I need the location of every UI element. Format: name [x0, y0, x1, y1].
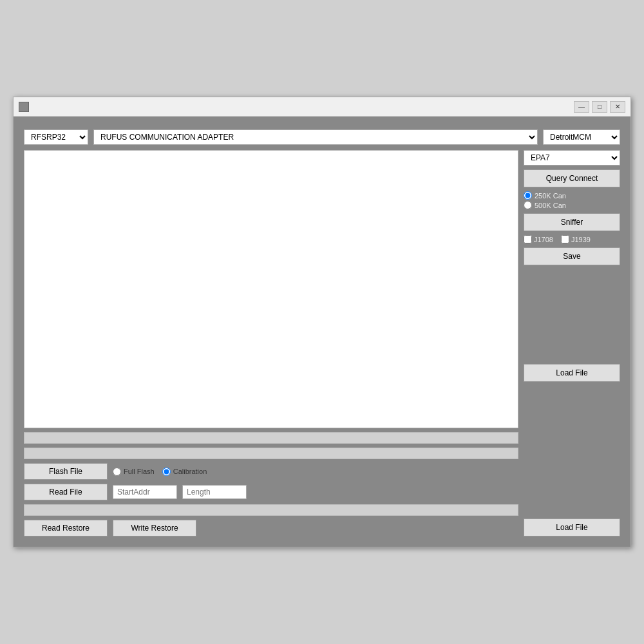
right-spacer-2	[524, 386, 620, 477]
progress-bar-1	[24, 432, 518, 444]
flash-file-row: Flash File Full Flash Calibration	[24, 463, 518, 480]
log-area	[24, 150, 518, 428]
load-file-top-button[interactable]: Load File	[524, 364, 620, 382]
rfsrp-dropdown[interactable]: RFSRP32	[24, 129, 88, 145]
full-flash-label[interactable]: Full Flash	[113, 468, 155, 476]
epa-dropdown[interactable]: EPA7	[524, 150, 620, 166]
comm-adapter-dropdown[interactable]: RUFUS COMMUNICATION ADAPTER	[93, 129, 538, 145]
length-input[interactable]	[182, 485, 247, 499]
main-window: — □ ✕ RFSRP32 RUFUS COMMUNICATION ADAPTE…	[13, 97, 631, 547]
can-radio-group: 250K Can 500K Can	[524, 191, 620, 209]
250k-can-label[interactable]: 250K Can	[524, 191, 620, 200]
app-icon	[19, 102, 29, 112]
full-flash-radio[interactable]	[113, 468, 121, 476]
titlebar: — □ ✕	[14, 97, 630, 117]
top-row: RFSRP32 RUFUS COMMUNICATION ADAPTER Detr…	[24, 129, 620, 145]
start-addr-input[interactable]	[113, 485, 177, 499]
main-content: RFSRP32 RUFUS COMMUNICATION ADAPTER Detr…	[14, 117, 630, 547]
right-spacer	[524, 269, 620, 360]
close-button[interactable]: ✕	[610, 101, 625, 113]
read-file-row: Read File	[24, 484, 518, 500]
500k-can-label[interactable]: 500K Can	[524, 201, 620, 209]
calibration-label[interactable]: Calibration	[162, 468, 207, 476]
read-restore-button[interactable]: Read Restore	[24, 520, 108, 536]
flash-type-radios: Full Flash Calibration	[113, 468, 207, 476]
restore-row: Read Restore Write Restore	[24, 520, 518, 536]
j1708-checkbox[interactable]	[524, 235, 532, 243]
j1939-label[interactable]: J1939	[561, 235, 591, 243]
main-area: Flash File Full Flash Calibration	[24, 150, 620, 536]
calibration-radio[interactable]	[162, 468, 171, 476]
model-dropdown[interactable]: DetroitMCM	[543, 129, 620, 145]
250k-radio[interactable]	[524, 191, 532, 200]
right-panel: EPA7 Query Connect 250K Can 500K Can	[524, 150, 620, 536]
window-controls: — □ ✕	[574, 101, 625, 113]
500k-radio[interactable]	[524, 201, 532, 209]
query-connect-button[interactable]: Query Connect	[524, 169, 620, 187]
sniffer-button[interactable]: Sniffer	[524, 213, 620, 231]
read-file-button[interactable]: Read File	[24, 484, 108, 500]
left-panel: Flash File Full Flash Calibration	[24, 150, 518, 536]
progress-bar-2	[24, 448, 518, 459]
minimize-button[interactable]: —	[574, 101, 589, 113]
protocol-checkboxes: J1708 J1939	[524, 235, 620, 243]
write-restore-button[interactable]: Write Restore	[113, 520, 196, 536]
maximize-button[interactable]: □	[592, 101, 607, 113]
load-file-bottom-button[interactable]: Load File	[524, 518, 620, 536]
flash-file-button[interactable]: Flash File	[24, 463, 108, 480]
restore-progress-bar	[24, 504, 518, 516]
save-button[interactable]: Save	[524, 247, 620, 265]
j1708-label[interactable]: J1708	[524, 235, 553, 243]
j1939-checkbox[interactable]	[561, 235, 569, 243]
